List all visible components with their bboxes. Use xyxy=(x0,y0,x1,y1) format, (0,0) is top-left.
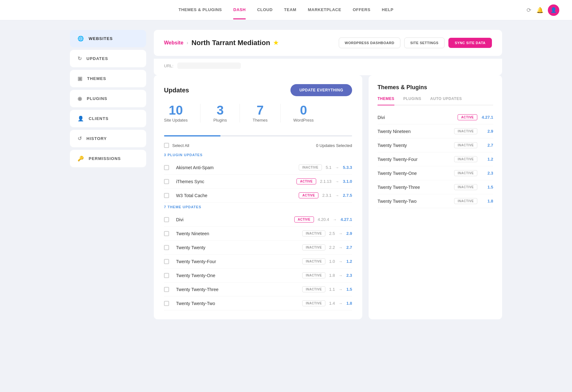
theme-panel-row: Twenty Twenty-Three INACTIVE 1.5 xyxy=(378,180,493,194)
stat-label-wp: WordPress xyxy=(293,118,314,123)
sidebar-item-clients[interactable]: 👤 CLIENTS xyxy=(70,110,146,127)
nav-help[interactable]: HELP xyxy=(382,1,394,19)
theme-checkbox[interactable] xyxy=(164,301,169,306)
sidebar-item-websites[interactable]: 🌐 WEBSITES xyxy=(70,30,146,47)
star-icon[interactable]: ★ xyxy=(273,39,278,46)
theme-status-badge: ACTIVE xyxy=(294,216,314,223)
theme-panel-row: Twenty Twenty-Four INACTIVE 1.2 xyxy=(378,152,493,166)
tab-plugins[interactable]: PLUGINS xyxy=(403,96,421,105)
nav-dash[interactable]: DASH xyxy=(233,1,246,19)
bell-icon[interactable]: 🔔 xyxy=(536,7,543,14)
theme-panel-version: 4.27.1 xyxy=(480,115,493,120)
themes-panel-title: Themes & Plugins xyxy=(378,84,493,91)
plugin-checkbox[interactable] xyxy=(164,179,169,184)
plugin-updates-list: Akismet Anti-Spam INACTIVE 5.1 → 5.3.3 i… xyxy=(164,161,352,203)
theme-panel-name: Twenty Twenty xyxy=(378,143,451,148)
tab-themes[interactable]: THEMES xyxy=(378,96,394,105)
plugin-version-new: 5.3.3 xyxy=(343,165,352,170)
plugin-version-new: 2.7.5 xyxy=(343,193,352,198)
theme-name: Twenty Twenty-One xyxy=(176,273,298,278)
sidebar-label-plugins: PLUGINS xyxy=(87,96,107,101)
stat-label-themes: Themes xyxy=(253,118,268,123)
sidebar-item-plugins[interactable]: ◉ PLUGINS xyxy=(70,90,146,107)
stats-row: 10 Site Updates 3 Plugins 7 Themes xyxy=(164,104,352,128)
theme-version-new: 1.8 xyxy=(346,301,352,306)
theme-version-old: 2.2 xyxy=(329,245,335,250)
sidebar-label-history: HISTORY xyxy=(86,136,107,141)
stat-label-plugins: Plugins xyxy=(213,118,227,123)
version-arrow-icon: → xyxy=(335,179,339,184)
version-arrow-icon: → xyxy=(339,301,343,306)
themes-plugins-panel: Themes & Plugins THEMES PLUGINS AUTO UPD… xyxy=(369,75,502,319)
theme-version-new: 2.9 xyxy=(346,231,352,236)
themes-icon: ▣ xyxy=(78,76,83,82)
theme-panel-version: 1.2 xyxy=(480,157,493,162)
plugin-status-badge: ACTIVE xyxy=(299,192,318,198)
theme-panel-version: 2.9 xyxy=(480,129,493,134)
url-label: URL: xyxy=(164,63,174,68)
theme-panel-row: Divi ACTIVE 4.27.1 xyxy=(378,110,493,124)
nav-marketplace[interactable]: MARKETPLACE xyxy=(308,1,341,19)
sync-button[interactable]: SYNC SITE DATA xyxy=(448,38,492,48)
select-all-checkbox[interactable] xyxy=(164,143,169,148)
plugin-update-row: W3 Total Cache ACTIVE 2.3.1 → 2.7.5 xyxy=(164,189,352,203)
theme-panel-name: Twenty Twenty-Two xyxy=(378,199,451,204)
theme-checkbox[interactable] xyxy=(164,287,169,292)
theme-panel-version: 1.5 xyxy=(480,185,493,189)
nav-offers[interactable]: OFFERS xyxy=(353,1,371,19)
theme-update-row: Twenty Nineteen INACTIVE 2.5 → 2.9 xyxy=(164,227,352,241)
stat-divider-2 xyxy=(240,104,240,123)
theme-checkbox[interactable] xyxy=(164,273,169,278)
theme-version-old: 1.0 xyxy=(329,259,335,264)
sidebar-item-themes[interactable]: ▣ THEMES xyxy=(70,70,146,87)
refresh-icon[interactable]: ⟳ xyxy=(527,7,531,14)
theme-status-badge: INACTIVE xyxy=(302,286,325,292)
url-value xyxy=(177,63,241,69)
nav-cloud[interactable]: CLOUD xyxy=(257,1,273,19)
plugin-checkbox[interactable] xyxy=(164,165,169,170)
tab-auto-updates[interactable]: AUTO UPDATES xyxy=(430,96,462,105)
theme-checkbox[interactable] xyxy=(164,217,169,222)
theme-checkbox[interactable] xyxy=(164,231,169,236)
sidebar-item-permissions[interactable]: 🔑 PERMISSIONS xyxy=(70,150,146,167)
plugins-icon: ◉ xyxy=(78,96,82,102)
theme-panel-row: Twenty Twenty-One INACTIVE 2.3 xyxy=(378,166,493,180)
nav-team[interactable]: TEAM xyxy=(284,1,296,19)
wp-dashboard-button[interactable]: WORDPRESS DASHBOARD xyxy=(339,37,400,48)
plugin-checkbox[interactable] xyxy=(164,193,169,198)
site-settings-button[interactable]: SITE SETTINGS xyxy=(404,37,445,48)
avatar[interactable]: 👤 xyxy=(548,4,559,16)
theme-name: Divi xyxy=(176,217,290,222)
select-all-label: Select All xyxy=(172,143,189,148)
update-everything-button[interactable]: UPDATE EVERYTHING xyxy=(290,84,352,96)
sidebar-item-updates[interactable]: ↻ UPDATES xyxy=(70,50,146,67)
sidebar-item-history[interactable]: ↺ HISTORY xyxy=(70,130,146,147)
theme-name: Twenty Twenty xyxy=(176,245,298,250)
version-arrow-icon: → xyxy=(339,245,343,250)
theme-section-label: 7 THEME UPDATES xyxy=(164,205,352,209)
theme-updates-list: Divi ACTIVE 4.20.4 → 4.27.1 Twenty Ninet… xyxy=(164,213,352,310)
updates-selected-count: 0 Updates Selected xyxy=(316,143,352,148)
sidebar-label-updates: UPDATES xyxy=(86,56,108,61)
stat-wordpress: 0 WordPress xyxy=(293,104,314,123)
version-arrow-icon: → xyxy=(339,273,343,278)
plugin-update-row: iThemes Sync ACTIVE 2.1.13 → 3.1.0 xyxy=(164,175,352,189)
theme-panel-name: Twenty Twenty-Three xyxy=(378,185,451,190)
theme-version-old: 4.20.4 xyxy=(318,217,329,222)
nav-themes-plugins[interactable]: THEMES & PLUGINS xyxy=(179,1,222,19)
theme-update-row: Twenty Twenty-One INACTIVE 1.8 → 2.3 xyxy=(164,269,352,282)
theme-panel-status-badge: INACTIVE xyxy=(454,170,477,176)
version-arrow-icon: → xyxy=(333,217,337,222)
plugin-name: Akismet Anti-Spam xyxy=(176,165,295,170)
theme-update-row: Twenty Twenty-Three INACTIVE 1.1 → 1.5 xyxy=(164,282,352,296)
plugin-version-old: 2.3.1 xyxy=(322,193,331,198)
version-arrow-icon: → xyxy=(339,259,343,264)
stat-divider-1 xyxy=(200,104,201,123)
breadcrumb-website-link[interactable]: Website xyxy=(164,40,183,46)
theme-checkbox[interactable] xyxy=(164,259,169,264)
theme-panel-row: Twenty Twenty INACTIVE 2.7 xyxy=(378,138,493,152)
theme-checkbox[interactable] xyxy=(164,245,169,250)
clients-icon: 👤 xyxy=(78,116,84,122)
stat-themes: 7 Themes xyxy=(253,104,268,123)
theme-name: Twenty Nineteen xyxy=(176,231,298,236)
